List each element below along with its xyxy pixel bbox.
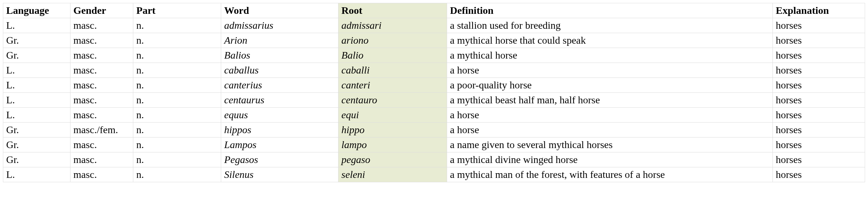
cell-explanation: horses <box>773 108 865 123</box>
cell-language: Gr. <box>3 48 70 63</box>
cell-part: n. <box>133 152 221 167</box>
cell-part: n. <box>133 167 221 182</box>
cell-definition: a mythical man of the forest, with featu… <box>447 167 773 182</box>
cell-explanation: horses <box>773 138 865 152</box>
cell-root: centauro <box>338 93 447 108</box>
cell-explanation: horses <box>773 48 865 63</box>
cell-gender: masc. <box>70 33 133 48</box>
cell-root: pegaso <box>338 152 447 167</box>
cell-gender: masc. <box>70 18 133 33</box>
cell-gender: masc. <box>70 167 133 182</box>
cell-definition: a mythical horse that could speak <box>447 33 773 48</box>
table-body: L.masc.n.admissariusadmissaria stallion … <box>3 18 865 182</box>
cell-language: Gr. <box>3 33 70 48</box>
cell-part: n. <box>133 93 221 108</box>
table-row: L.masc.n.canteriuscanteria poor-quality … <box>3 78 865 93</box>
cell-word: canterius <box>221 78 338 93</box>
cell-definition: a mythical beast half man, half horse <box>447 93 773 108</box>
cell-root: seleni <box>338 167 447 182</box>
cell-word: Arion <box>221 33 338 48</box>
table-row: L.masc.n.caballuscaballia horsehorses <box>3 63 865 78</box>
cell-gender: masc. <box>70 78 133 93</box>
cell-root: lampo <box>338 138 447 152</box>
cell-definition: a name given to several mythical horses <box>447 138 773 152</box>
cell-part: n. <box>133 18 221 33</box>
cell-definition: a horse <box>447 63 773 78</box>
cell-part: n. <box>133 63 221 78</box>
cell-language: L. <box>3 167 70 182</box>
table-row: L.masc.n.centauruscentauroa mythical bea… <box>3 93 865 108</box>
col-header-definition: Definition <box>447 3 773 18</box>
cell-root: hippo <box>338 123 447 138</box>
cell-word: Silenus <box>221 167 338 182</box>
cell-root: admissari <box>338 18 447 33</box>
cell-part: n. <box>133 33 221 48</box>
cell-word: caballus <box>221 63 338 78</box>
header-row: Language Gender Part Word Root Definitio… <box>3 3 865 18</box>
cell-definition: a poor-quality horse <box>447 78 773 93</box>
cell-definition: a horse <box>447 123 773 138</box>
col-header-explanation: Explanation <box>773 3 865 18</box>
col-header-root: Root <box>338 3 447 18</box>
table-row: L.masc.n.admissariusadmissaria stallion … <box>3 18 865 33</box>
cell-gender: masc. <box>70 108 133 123</box>
cell-language: Gr. <box>3 123 70 138</box>
table-row: L.masc.n.Silenusselenia mythical man of … <box>3 167 865 182</box>
cell-explanation: horses <box>773 152 865 167</box>
table-row: Gr.masc.n.Arionarionoa mythical horse th… <box>3 33 865 48</box>
cell-root: equi <box>338 108 447 123</box>
table-header: Language Gender Part Word Root Definitio… <box>3 3 865 18</box>
cell-part: n. <box>133 138 221 152</box>
cell-gender: masc. <box>70 138 133 152</box>
cell-language: L. <box>3 93 70 108</box>
col-header-part: Part <box>133 3 221 18</box>
cell-explanation: horses <box>773 33 865 48</box>
cell-word: centaurus <box>221 93 338 108</box>
cell-word: equus <box>221 108 338 123</box>
cell-word: Balios <box>221 48 338 63</box>
cell-definition: a horse <box>447 108 773 123</box>
cell-root: caballi <box>338 63 447 78</box>
table-row: L.masc.n.equusequia horsehorses <box>3 108 865 123</box>
table-row: Gr.masc.n.Lamposlampoa name given to sev… <box>3 138 865 152</box>
cell-word: Lampos <box>221 138 338 152</box>
cell-part: n. <box>133 78 221 93</box>
cell-root: canteri <box>338 78 447 93</box>
cell-definition: a stallion used for breeding <box>447 18 773 33</box>
cell-language: Gr. <box>3 152 70 167</box>
cell-explanation: horses <box>773 78 865 93</box>
table-row: Gr.masc.n.Pegasospegasoa mythical divine… <box>3 152 865 167</box>
cell-explanation: horses <box>773 63 865 78</box>
cell-gender: masc./fem. <box>70 123 133 138</box>
table-row: Gr.masc.n.BaliosBalioa mythical horsehor… <box>3 48 865 63</box>
cell-explanation: horses <box>773 167 865 182</box>
table-row: Gr.masc./fem.n.hipposhippoa horsehorses <box>3 123 865 138</box>
cell-word: hippos <box>221 123 338 138</box>
cell-part: n. <box>133 108 221 123</box>
col-header-gender: Gender <box>70 3 133 18</box>
cell-gender: masc. <box>70 48 133 63</box>
cell-word: Pegasos <box>221 152 338 167</box>
etymology-table: Language Gender Part Word Root Definitio… <box>3 3 865 182</box>
cell-gender: masc. <box>70 63 133 78</box>
cell-language: L. <box>3 63 70 78</box>
cell-definition: a mythical divine winged horse <box>447 152 773 167</box>
cell-part: n. <box>133 123 221 138</box>
cell-language: L. <box>3 108 70 123</box>
col-header-language: Language <box>3 3 70 18</box>
col-header-word: Word <box>221 3 338 18</box>
cell-explanation: horses <box>773 93 865 108</box>
cell-language: L. <box>3 78 70 93</box>
cell-part: n. <box>133 48 221 63</box>
cell-word: admissarius <box>221 18 338 33</box>
cell-language: Gr. <box>3 138 70 152</box>
cell-explanation: horses <box>773 18 865 33</box>
cell-explanation: horses <box>773 123 865 138</box>
cell-gender: masc. <box>70 152 133 167</box>
cell-language: L. <box>3 18 70 33</box>
cell-root: Balio <box>338 48 447 63</box>
cell-root: ariono <box>338 33 447 48</box>
cell-gender: masc. <box>70 93 133 108</box>
cell-definition: a mythical horse <box>447 48 773 63</box>
